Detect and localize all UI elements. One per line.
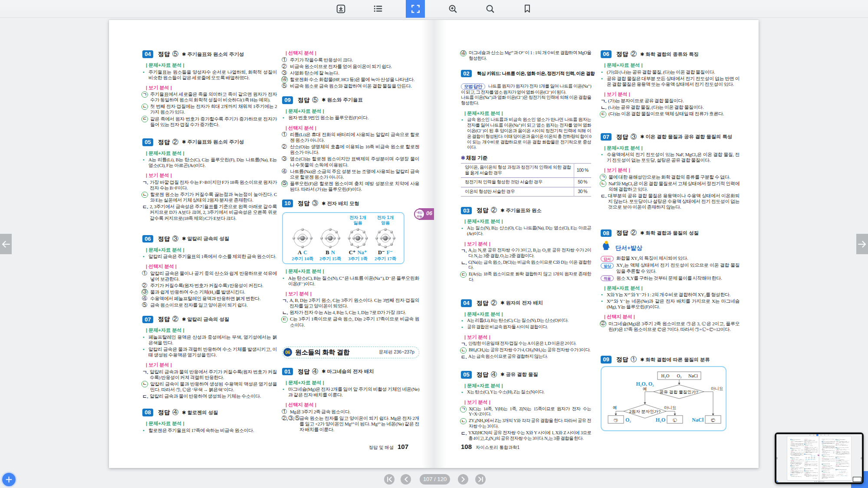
prev-page-arrow[interactable] (0, 234, 12, 254)
list-item: ㄱX(C)는 14족, Y(H)는 1족, Z(N)는 15족이므로 원자가 전… (461, 406, 591, 418)
list-item: •X와 Y는 X²⁺와 Y⁻가 1 : 2의 개수비로 결합하여 XY₂를 형성… (601, 292, 740, 298)
svg-text:H₂O, O₂: H₂O, O₂ (839, 472, 841, 473)
analysis-heading: | 선택지 분석 | (604, 314, 740, 319)
toolbar-fullscreen-button[interactable] (406, 0, 425, 18)
thumbnail-scaled-clone: 04정답⑤✱주기율표와 원소의 주기성| 문제+자료 분석 |•주기율표는 원소… (776, 434, 862, 482)
svg-text:2주기 17족: 2주기 17족 (813, 459, 815, 460)
preview-thumbnail[interactable]: 04정답⑤✱주기율표와 원소의 주기성| 문제+자료 분석 |•주기율표는 원소… (775, 432, 864, 484)
left-arrow-icon (1, 240, 10, 248)
analysis-heading: | 보기 분석 | (464, 241, 591, 246)
grading-criterion-cell: 양이온, 음이온의 형성 과정과 정전기적 인력에 의한 결합을 옳게 서술한 … (461, 164, 574, 178)
toolbar-bookmark-button[interactable] (509, 0, 546, 18)
first-page-button[interactable] (384, 474, 395, 485)
spacer (142, 128, 277, 131)
right-footer-label: 자이스토리 통합과학1 (476, 445, 519, 450)
spacer (601, 117, 740, 126)
page-indicator[interactable]: 107 / 120 (420, 474, 450, 485)
analysis-heading: | 보기 분석 | (146, 173, 277, 178)
svg-text:아니요: 아니요 (846, 472, 848, 473)
list-item: ③사염화 탄소에 잘 녹는다. (282, 70, 419, 76)
toolbar-search-button[interactable] (471, 0, 509, 18)
toolbar-toc-button[interactable] (359, 0, 397, 18)
list-item: ㄷ같은 족에서 원자 번호가 증가할수록 주기가 증가하므로 전자가 들어 있는… (142, 116, 277, 128)
list-item: ⑤비금속 원소로 금속 원소와 결합하여 이온 결합 물질을 만든다. (282, 83, 419, 89)
problem-header: 01정답④✱마그네슘의 전자 배치 (282, 368, 419, 376)
analysis-heading: | 보기 분석 | (464, 400, 591, 405)
problem-header: 07정답②✱알칼리 금속의 성질 (142, 315, 277, 323)
search-icon (485, 4, 495, 14)
svg-text:전자 1개: 전자 1개 (811, 455, 812, 456)
analysis-heading: | 문제+자료 분석 | (286, 380, 419, 385)
clue-item: 단서화합물 XY₂의 특징이 제시되어 있다. (601, 255, 740, 261)
item-marker: ㄷ (281, 316, 288, 323)
spacer (461, 197, 591, 199)
next-page-button[interactable] (458, 474, 468, 485)
item-marker: ㄷ. (601, 193, 606, 199)
clue-section-header: 단서+발상 (601, 240, 740, 252)
item-marker: ② (282, 144, 287, 150)
left-footer-page-number: 107 (398, 443, 408, 450)
electron-configuration-figure: AC2주기 14족BN2주기 15족전자 1개잃음C⁺Na⁺3주기 1족전자 1… (282, 212, 419, 264)
list-item: ㄷ(다)는 이온 결합 물질이므로 액체 상태일 때 전류가 흐른다. (601, 111, 740, 117)
problem-keyword: 핵심 키워드: 나트륨 이온, 염화 이온, 정전기적 인력, 이온 결합 (477, 71, 595, 77)
analysis-heading: | 문제+자료 분석 | (286, 108, 419, 114)
svg-text:아니요: 아니요 (842, 474, 843, 475)
unit-number-badge: 06 (283, 348, 292, 357)
unit-edge-tab-badge: 내신수능 (414, 209, 425, 219)
problem-number-badge: 08 (142, 409, 153, 416)
unit-page-reference: 문제편 236~237p (379, 349, 414, 355)
item-marker: • (461, 226, 463, 231)
spacer (142, 399, 277, 401)
problem-number-badge: 07 (142, 316, 153, 324)
list-item: ㄷ.YXZ(HCN)의 공유 전자쌍 수는 X와 Y 사이에 1, X와 Z 사… (461, 430, 591, 442)
svg-text:NaCl: NaCl (845, 475, 846, 476)
classification-flowchart-figure: H₂OO₂NaCl공유 결합 물질인가?H₂O, O₂예아니요2원자 분자인가?… (601, 366, 740, 431)
asterisk-mark: ✱ (182, 52, 186, 57)
spacer (461, 283, 591, 292)
list-item: ③물과 쉽게 반응하여 수소 기체(H₂)를 발생시킨다. (142, 289, 277, 295)
item-marker: ① (282, 409, 287, 415)
fullscreen-icon (411, 4, 421, 14)
bookmark-icon (523, 4, 532, 13)
asterisk-mark: ✱ (640, 52, 644, 57)
svg-text:잃음: 잃음 (354, 220, 362, 225)
problem-topic: ✱주기율표와 원소 (500, 207, 542, 214)
toc-icon (373, 3, 383, 14)
item-marker: ②, ③, ⑤ (282, 416, 299, 421)
list-item: ①Mg은 3주기 2족 금속 원소이다. (282, 409, 419, 415)
list-item: •A는 질소(N), B는 산소(O), C는 나트륨(Na), D는 염소(C… (461, 226, 591, 237)
unit-edge-tab-number: 06 (426, 210, 432, 216)
last-page-button[interactable] (475, 474, 486, 485)
toolbar-download-button[interactable] (322, 0, 359, 18)
floating-add-button[interactable] (2, 473, 16, 486)
next-page-arrow[interactable] (856, 234, 868, 254)
analysis-heading: | 문제+자료 분석 | (464, 311, 591, 317)
list-item: ㄴ할로젠 원소는 주기가 커질수록 끓는점과 녹는점이 높아진다. C와 E는 … (142, 192, 277, 203)
svg-text:㉢: ㉢ (846, 475, 847, 476)
svg-text:예: 예 (837, 474, 837, 475)
item-marker: ㄱ. (601, 98, 606, 104)
toolbar-zoom-button[interactable] (434, 0, 471, 18)
list-item: ③염소(Cl)는 할로젠 원소이지만 표백제의 주성분이며 수영장 물이나 수돗… (282, 156, 419, 167)
item-marker: • (143, 254, 144, 259)
list-item: ㄱ물에 대한 용해성만으로는 화학 결합의 종류를 구분할 수 없다. (601, 174, 740, 180)
grading-criteria: ✱채점 기준양이온, 음이온의 형성 과정과 정전기적 인력에 의한 결합을 옳… (461, 155, 591, 197)
prev-page-button[interactable] (401, 474, 411, 485)
svg-text:H₂O: H₂O (656, 417, 665, 423)
list-item: •주기율표는 원소들을 양성자수 순서로 나열하되, 화학적 성질이 비슷한 원… (142, 69, 277, 81)
asterisk-mark: ✱ (182, 410, 186, 415)
left-page-column-2: | 선택지 분석 |①주기가 작을수록 반응성이 크다.②비금속 원소이므로 전… (282, 50, 419, 432)
problem-topic: ✱화학 결합과 물질의 성질 (640, 230, 699, 236)
answer-label: 정답 (158, 409, 170, 416)
item-marker: • (461, 117, 463, 123)
list-item: ②비금속 원소이므로 전자를 얻어 음이온이 되기 쉽다. (282, 64, 419, 69)
clue-tag: 적용 (601, 275, 614, 281)
analysis-heading: | 문제+자료 분석 | (146, 421, 277, 426)
item-marker: ⑤ (282, 83, 287, 89)
list-item: ㄱ.A, B, D는 2주기 원소, C는 3주기 원소이다. C는 3번째 전… (282, 298, 419, 309)
svg-text:㉡: ㉡ (843, 475, 843, 476)
list-item: ⑤금속 원소이므로 전자를 잃고 양이온이 되기 쉽다. (142, 302, 277, 308)
prev-page-icon (404, 477, 408, 482)
list-item: ④나트륨(Na)은 소금의 주요 성분 또는 조명에 사용되는 알칼리 금속으로… (282, 169, 419, 180)
analysis-heading: | 보기 분석 | (286, 291, 419, 296)
